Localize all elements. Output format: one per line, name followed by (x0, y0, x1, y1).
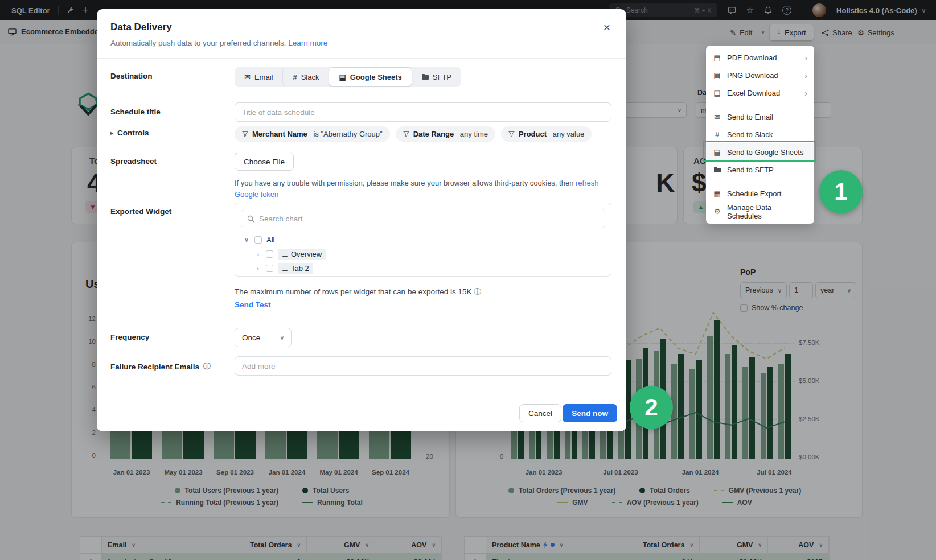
excel-file-icon: ▤ (713, 89, 721, 97)
png-file-icon: ▤ (713, 71, 721, 80)
tree-checkbox[interactable] (254, 236, 262, 244)
destination-tab-email[interactable]: ✉Email (235, 67, 282, 87)
tree-tab-chip: Overview (278, 249, 326, 260)
filter-value: any value (551, 130, 584, 138)
tree-item[interactable]: ›Overview (241, 247, 605, 261)
email-icon: ✉ (713, 113, 721, 121)
menu-divider (706, 182, 814, 182)
failure-recipient-label: Failure Recipient Emails ⓘ (110, 361, 211, 372)
schedule-title-input[interactable] (235, 102, 611, 122)
filter-chip[interactable]: Merchant Name is "Abernathy Group" (235, 126, 390, 142)
menu-item-pdf-download[interactable]: ▤PDF Download› (706, 49, 814, 67)
max-rows-note: The maximum number of rows per widget th… (235, 287, 481, 297)
filter-icon (403, 131, 409, 137)
widget-search (241, 209, 605, 228)
destination-tab-label: Email (254, 73, 273, 81)
filter-chip[interactable]: Date Range any time (396, 126, 495, 142)
destination-tab-label: Google Sheets (350, 73, 402, 81)
modal-subtitle: Automatically push data to your preferre… (110, 39, 327, 47)
tree-checkbox[interactable] (266, 265, 273, 272)
menu-item-label: Send to Google Sheets (727, 148, 803, 157)
data-delivery-modal: Data Delivery × Automatically push data … (97, 9, 626, 431)
menu-item-send-to-email[interactable]: ✉Send to Email (706, 108, 814, 126)
filter-field: Product (519, 130, 547, 138)
tree-item-label: Overview (291, 250, 322, 258)
destination-tab-sftp[interactable]: SFTP (412, 67, 461, 87)
send-now-button[interactable]: Send now (563, 404, 617, 422)
submenu-arrow-icon: › (804, 89, 807, 98)
email-icon: ✉ (244, 73, 251, 81)
gear-icon: ⚙ (713, 207, 721, 216)
step-badge-1: 1 (819, 170, 863, 213)
close-icon[interactable]: × (599, 18, 615, 36)
menu-item-png-download[interactable]: ▤PNG Download› (706, 67, 814, 84)
menu-item-excel-download[interactable]: ▤Excel Download› (706, 84, 814, 102)
tree-caret-icon[interactable]: › (254, 265, 261, 272)
menu-item-manage-data-schedules[interactable]: ⚙Manage Data Schedules (706, 203, 814, 220)
widget-picker: ∨All›Overview›Tab 2 (235, 203, 611, 277)
info-icon: ⓘ (203, 361, 211, 372)
slack-icon: # (293, 73, 297, 81)
tree-item-label: Tab 2 (291, 264, 309, 273)
cancel-button[interactable]: Cancel (519, 404, 561, 422)
caret-right-icon[interactable]: ▸ (110, 130, 113, 136)
control-filters: Merchant Name is "Abernathy Group"Date R… (235, 126, 611, 142)
tab-icon (282, 252, 288, 257)
pdf-file-icon: ▤ (713, 53, 721, 62)
filter-value: is "Abernathy Group" (311, 130, 383, 138)
export-menu: ▤PDF Download›▤PNG Download›▤Excel Downl… (706, 46, 814, 224)
folder-icon (422, 73, 429, 81)
learn-more-link[interactable]: Learn more (288, 39, 327, 47)
frequency-select[interactable]: Once ∨ (235, 328, 292, 347)
tree-checkbox[interactable] (266, 250, 273, 258)
filter-icon (242, 131, 248, 137)
step-badge-2: 2 (630, 386, 673, 429)
calendar-icon: ▦ (713, 190, 721, 198)
spreadsheet-label: Spreadsheet (110, 157, 157, 166)
menu-item-label: Send to SFTP (727, 166, 774, 174)
filter-icon (508, 131, 515, 137)
menu-item-label: Manage Data Schedules (727, 203, 807, 220)
modal-title: Data Delivery (110, 22, 172, 33)
choose-file-button[interactable]: Choose File (235, 153, 294, 171)
menu-item-send-to-google-sheets[interactable]: ▤Send to Google Sheets (706, 143, 814, 161)
filter-field: Merchant Name (252, 130, 307, 138)
destination-tab-slack[interactable]: #Slack (282, 67, 329, 87)
destination-tab-google-sheets[interactable]: ▤Google Sheets (329, 67, 412, 87)
slack-icon: # (713, 130, 721, 139)
modal-footer: Cancel Send now (97, 394, 626, 431)
destination-tabs: ✉Email#Slack▤Google SheetsSFTP (235, 67, 461, 87)
folder-icon (713, 166, 721, 174)
filter-field: Date Range (413, 130, 454, 138)
tree-tab-chip: Tab 2 (278, 263, 313, 274)
tree-item[interactable]: ∨All (241, 233, 605, 247)
menu-item-label: Send to Slack (727, 130, 773, 139)
search-icon (247, 215, 254, 223)
menu-item-label: Excel Download (727, 89, 780, 97)
widget-search-input[interactable] (259, 215, 599, 223)
schedule-title-label: Schedule title (110, 108, 161, 116)
tree-item-label: All (266, 236, 274, 244)
frequency-label: Frequency (110, 333, 149, 341)
tree-caret-icon[interactable]: › (254, 251, 261, 258)
menu-item-label: PDF Download (727, 53, 777, 62)
destination-tab-label: Slack (301, 73, 319, 81)
failure-recipient-input[interactable] (235, 356, 611, 376)
filter-chip[interactable]: Product any value (501, 126, 592, 142)
menu-divider (706, 105, 814, 105)
divider (97, 58, 626, 59)
google-sheets-icon: ▤ (339, 73, 346, 81)
widget-tree: ∨All›Overview›Tab 2 (241, 233, 605, 275)
tree-caret-icon[interactable]: ∨ (243, 236, 250, 244)
menu-item-send-to-sftp[interactable]: Send to SFTP (706, 161, 814, 179)
google-sheets-icon: ▤ (713, 148, 721, 157)
destination-label: Destination (110, 72, 153, 80)
send-test-link[interactable]: Send Test (235, 300, 271, 309)
tree-item[interactable]: ›Tab 2 (241, 261, 605, 275)
controls-label: ▸ Controls (110, 129, 149, 137)
destination-tab-label: SFTP (433, 73, 451, 81)
menu-item-send-to-slack[interactable]: #Send to Slack (706, 126, 814, 143)
menu-item-schedule-export[interactable]: ▦Schedule Export (706, 185, 814, 203)
menu-item-label: PNG Download (727, 71, 778, 80)
filter-value: any time (458, 130, 488, 138)
